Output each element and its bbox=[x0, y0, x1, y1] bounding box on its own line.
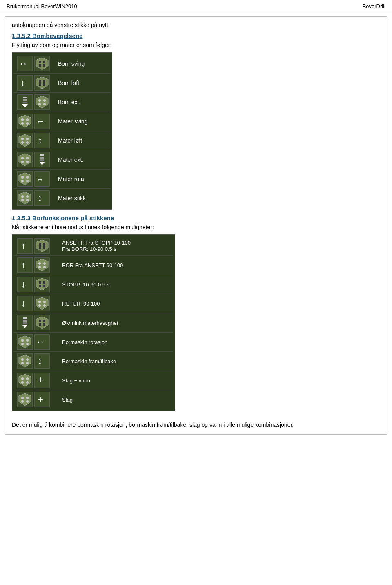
svg-point-106 bbox=[26, 381, 29, 384]
bom-table: ↔ Bom sving bbox=[12, 52, 112, 210]
svg-marker-90 bbox=[19, 336, 31, 348]
svg-text:↕: ↕ bbox=[38, 193, 42, 203]
header-left: Brukermanual BeverWIN2010 bbox=[7, 3, 77, 9]
icon-cell: ↕ bbox=[17, 353, 62, 369]
icon-cell: ↑ bbox=[17, 257, 62, 273]
svg-rect-72 bbox=[39, 285, 41, 287]
mater-shield-icon bbox=[17, 114, 33, 129]
extend-icon bbox=[17, 315, 33, 330]
svg-rect-5 bbox=[43, 64, 45, 67]
shield-dots-icon bbox=[34, 94, 50, 110]
table-row: ↔ Bom sving bbox=[14, 54, 110, 74]
svg-point-19 bbox=[43, 99, 46, 102]
svg-point-65 bbox=[43, 262, 46, 265]
row-label: Bormaskin fram/tilbake bbox=[62, 358, 116, 364]
svg-rect-59 bbox=[43, 243, 45, 246]
icon-cell: ↓ bbox=[17, 277, 62, 292]
svg-text:↓: ↓ bbox=[21, 279, 26, 289]
svg-rect-61 bbox=[43, 246, 45, 249]
footer-text: Det er mulig å kombinere bormaskin rotas… bbox=[12, 421, 380, 429]
icon-cell bbox=[17, 152, 58, 167]
svg-point-36 bbox=[26, 157, 29, 159]
svg-point-109 bbox=[21, 397, 24, 399]
svg-text:↔: ↔ bbox=[19, 58, 28, 69]
svg-rect-13 bbox=[23, 99, 27, 101]
row-label: RETUR: 90-100 bbox=[62, 301, 100, 307]
table-row: ↕ Mater løft bbox=[14, 131, 110, 150]
svg-marker-17 bbox=[36, 96, 48, 108]
icon-cell: ↔ bbox=[17, 56, 58, 71]
row-label: Bom ext. bbox=[58, 99, 107, 105]
svg-text:↓: ↓ bbox=[21, 298, 26, 308]
row-label: Bom sving bbox=[58, 60, 107, 67]
svg-marker-28 bbox=[19, 134, 31, 147]
arrow-updown-icon: ↕ bbox=[17, 75, 33, 91]
svg-text:↔: ↔ bbox=[36, 337, 45, 347]
svg-marker-69 bbox=[36, 278, 48, 290]
arrow-h-icon: ↔ bbox=[34, 334, 50, 350]
plus-icon: + bbox=[34, 392, 50, 407]
svg-point-103 bbox=[21, 377, 24, 380]
svg-point-78 bbox=[38, 304, 41, 307]
table-row: ↔ Mater rota bbox=[14, 170, 110, 189]
table-row: + Slag + vann bbox=[14, 371, 173, 390]
row-label: Bom løft bbox=[58, 80, 107, 86]
drill-shield-dots-icon bbox=[34, 257, 50, 273]
svg-point-35 bbox=[21, 157, 24, 159]
svg-marker-50 bbox=[19, 192, 31, 204]
arrow-up-icon: ↑ bbox=[17, 238, 33, 254]
row-label: Mater sving bbox=[58, 118, 107, 125]
svg-point-105 bbox=[21, 381, 24, 384]
intro-text: autoknappen på venstre stikke på nytt. bbox=[12, 22, 380, 28]
svg-point-97 bbox=[21, 358, 24, 361]
svg-point-93 bbox=[21, 343, 24, 345]
row-label: BOR Fra ANSETT 90-100 bbox=[62, 262, 123, 268]
row-label: Mater stikk bbox=[58, 195, 107, 201]
table-row: Øk/mink materhastighet bbox=[14, 313, 173, 333]
svg-rect-89 bbox=[43, 323, 45, 326]
svg-rect-12 bbox=[23, 97, 27, 98]
table-row: ↑ BOR Fra ANSETT 90-100 bbox=[14, 256, 173, 275]
svg-point-104 bbox=[26, 377, 29, 380]
table-row: ↓ RETUR: 90-100 bbox=[14, 294, 173, 313]
extend-icon bbox=[17, 94, 33, 110]
svg-point-91 bbox=[21, 339, 24, 342]
svg-point-25 bbox=[21, 122, 24, 125]
svg-rect-8 bbox=[39, 80, 41, 83]
shield-icon bbox=[34, 56, 50, 71]
mater-shield-icon bbox=[17, 353, 33, 369]
svg-marker-22 bbox=[19, 115, 31, 127]
svg-marker-34 bbox=[19, 154, 31, 166]
svg-text:+: + bbox=[38, 393, 43, 404]
svg-rect-60 bbox=[39, 246, 41, 249]
svg-point-76 bbox=[38, 301, 41, 303]
icon-cell: ↔ bbox=[17, 114, 58, 129]
svg-text:↕: ↕ bbox=[38, 356, 42, 366]
svg-point-99 bbox=[21, 362, 24, 364]
svg-rect-82 bbox=[23, 322, 27, 324]
svg-rect-9 bbox=[43, 80, 45, 83]
icon-cell bbox=[17, 94, 58, 110]
svg-text:↑: ↑ bbox=[21, 260, 26, 270]
svg-point-26 bbox=[26, 122, 29, 125]
svg-point-48 bbox=[26, 180, 29, 182]
svg-marker-108 bbox=[19, 393, 31, 406]
row-label: ANSETT: Fra STOPP 10-100Fra BORR: 10-90 … bbox=[62, 240, 131, 252]
icon-cell: ↔ bbox=[17, 171, 58, 187]
table-row: ↕ Bormaskin fram/tilbake bbox=[14, 352, 173, 371]
row-label: Mater rota bbox=[58, 176, 107, 182]
svg-rect-14 bbox=[23, 102, 27, 103]
section-borfunksjoner: 1.3.5.3 Borfunksjonene på stikkene Når s… bbox=[12, 214, 380, 429]
table-row: ↓ STOPP: 10-90 0.5 s bbox=[14, 275, 173, 294]
rotate-arrow-icon: ↔ bbox=[34, 171, 50, 187]
svg-marker-1 bbox=[36, 58, 48, 70]
svg-rect-87 bbox=[43, 320, 45, 322]
table-row: + Slag bbox=[14, 390, 173, 409]
svg-rect-39 bbox=[40, 154, 44, 156]
arrow-v-icon: ↕ bbox=[34, 190, 50, 206]
section-bombevegelsene: 1.3.5.2 Bombevegelsene Flytting av bom o… bbox=[12, 32, 380, 214]
svg-marker-57 bbox=[36, 240, 48, 252]
mater-shield-icon bbox=[17, 171, 33, 187]
svg-point-31 bbox=[21, 141, 24, 144]
svg-text:↔: ↔ bbox=[36, 116, 45, 126]
